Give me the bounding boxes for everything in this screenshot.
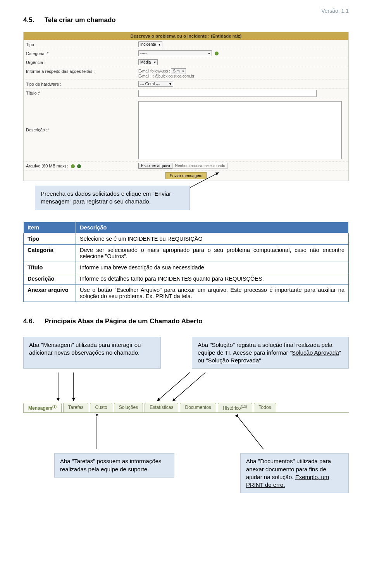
table-cell-val: Deve ser selecionado o mais apropriado p… [76,244,349,262]
callout-tab-tarefas: Aba "Tarefas" possuem as informações rea… [54,453,174,478]
callout-fill-form: Preencha os dados solicitados e clique e… [35,186,190,210]
section-title: Tela criar um chamado [45,16,116,24]
tab-mensagem[interactable]: Mensagem(3) [23,403,62,412]
table-cell-key: Tipo [24,233,76,244]
label-categoria: Categoria :* [26,50,138,57]
label-tipo: Tipo : [26,41,138,48]
help-icon[interactable]: ● [71,164,75,168]
callout-tab-documentos: Aba "Documentos" utilizada para anexar d… [240,453,349,493]
tab-custo[interactable]: Custo [90,403,112,412]
table-header-desc: Descrição [76,222,349,233]
arrows-lower-icon [23,414,349,453]
section-title: Principais Abas da Página de um Chamado … [45,317,203,325]
select-urgencia-value: Média [140,60,151,64]
select-categoria[interactable]: ----- ▾ [138,50,212,56]
section-4-5-heading: 4.5. Tela criar um chamado [23,16,349,24]
table-cell-key: Descrição [24,273,76,284]
table-row: Tipo Selecione se é um INCIDENTE ou REQU… [24,233,349,244]
add-icon[interactable]: + [77,164,81,168]
callout-tab-solucao: Aba "Solução" registra a solução final r… [192,337,349,369]
file-status: Nenhum arquivo selecionado [172,163,228,169]
label-titulo: Título :* [26,90,138,96]
tab-estatisticas[interactable]: Estatísticas [145,403,178,412]
select-tipo[interactable]: Incidente ▾ [138,41,162,47]
label-acoes-feitas: Informe a respeito das ações feitas : [26,68,138,74]
select-hardware-value: --- Geral --- [140,82,160,86]
select-tipo-value: Incidente [140,42,156,47]
tab-solucoes[interactable]: Soluções [114,403,143,412]
section-number: 4.5. [23,16,43,24]
select-hardware[interactable]: --- Geral --- ▾ [138,81,173,87]
table-row: Descrição Informe os detalhes tanto para… [24,273,349,284]
tabs-strip: Mensagem(3) Tarefas Custo Soluções Estat… [23,403,349,413]
tab-historico[interactable]: Histórico(13) [218,403,252,412]
glpi-form-header: Descreva o problema ou o incidente : (En… [24,32,348,40]
section-4-6-heading: 4.6. Principais Abas da Página de um Cha… [23,317,349,325]
caret-icon: ▾ [208,51,210,55]
field-description-table: Item Descrição Tipo Selecione se é um IN… [23,222,349,302]
glpi-form: Descreva o problema ou o incidente : (En… [23,32,349,181]
tab-tarefas[interactable]: Tarefas [63,403,88,412]
input-titulo[interactable] [138,90,317,97]
table-cell-key: Título [24,262,76,273]
choose-file-button[interactable]: Escolher arquivo [138,163,172,169]
caret-icon: ▾ [154,60,156,64]
tab-todos[interactable]: Todos [254,403,276,412]
table-row: Título Informe uma breve descrição da su… [24,262,349,273]
section-number: 4.6. [23,317,43,325]
caret-icon: ▾ [158,42,160,47]
table-row: Categoria Deve ser selecionado o mais ap… [24,244,349,262]
table-cell-val: Use o botão "Escolher Arquivo" para anex… [76,284,349,302]
svg-line-6 [238,417,264,449]
table-row: Anexar arquivo Use o botão "Escolher Arq… [24,284,349,302]
table-cell-val: Informe uma breve descrição da sua neces… [76,262,349,273]
table-cell-val: Selecione se é um INCIDENTE ou REQUISIÇÃ… [76,233,349,244]
followup-line: E-mail follow-ups : Sim ▾ [138,68,346,74]
table-cell-key: Categoria [24,244,76,262]
svg-line-3 [157,372,190,401]
textarea-descricao[interactable] [138,101,342,159]
table-cell-key: Anexar arquivo [24,284,76,302]
caret-icon: ▾ [169,82,171,86]
callout-tab-mensagem: Aba "Mensagem" utilizada para interagir … [23,337,161,369]
label-arquivo: Arquivo (60 MB max) : ● + [26,163,138,169]
svg-line-4 [172,372,205,401]
label-tipo-hardware: Tipo de hardware : [26,81,138,87]
version-label: Versão: 1.1 [23,8,349,14]
help-icon[interactable]: ● [215,52,219,55]
select-categoria-value: ----- [140,51,147,55]
caret-icon: ▾ [182,69,184,73]
select-urgencia[interactable]: Média ▾ [138,59,158,65]
select-followup-value: Sim [173,69,179,73]
table-header-item: Item [24,222,76,233]
table-cell-val: Informe os detalhes tanto para INCIDENTE… [76,273,349,284]
label-descricao: Descrição :* [26,100,138,133]
tab-documentos[interactable]: Documentos [180,403,216,412]
email-line: E-mail : ti@buicklogistica.com.br [138,74,346,78]
select-followup[interactable]: Sim ▾ [171,68,186,74]
label-urgencia: Urgência : [26,59,138,66]
arrows-upper-icon [23,372,349,403]
